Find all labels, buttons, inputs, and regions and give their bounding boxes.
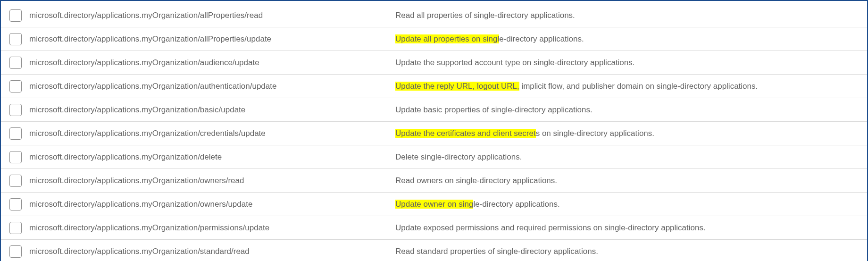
permission-row: microsoft.directory/applications.myOrgan… [1,145,867,169]
permission-action: microsoft.directory/applications.myOrgan… [29,200,395,209]
permission-action: microsoft.directory/applications.myOrgan… [29,129,395,138]
permission-description: Update basic properties of single-direct… [395,105,859,115]
highlighted-text: Update all properties on singl [395,34,499,43]
row-checkbox[interactable] [9,57,22,69]
permission-row: microsoft.directory/applications.myOrgan… [1,193,867,216]
row-checkbox[interactable] [9,33,22,45]
row-checkbox[interactable] [9,222,22,234]
permission-action: microsoft.directory/applications.myOrgan… [29,11,395,20]
permission-description: Update the reply URL, logout URL, implic… [395,82,859,91]
permission-description: Update owner on single-directory applica… [395,200,859,209]
permission-action: microsoft.directory/applications.myOrgan… [29,34,395,44]
highlighted-text: Update owner on sing [395,200,473,209]
permission-description: Update the supported account type on sin… [395,58,859,67]
permission-action: microsoft.directory/applications.myOrgan… [29,152,395,162]
highlighted-text: Update the certificates and client secre… [395,129,536,138]
permission-action: microsoft.directory/applications.myOrgan… [29,105,395,115]
permission-description: Update exposed permissions and required … [395,223,859,233]
permission-row: microsoft.directory/applications.myOrgan… [1,216,867,240]
permission-row: microsoft.directory/applications.myOrgan… [1,75,867,98]
permission-action: microsoft.directory/applications.myOrgan… [29,58,395,67]
permission-row: microsoft.directory/applications.myOrgan… [1,51,867,75]
row-checkbox[interactable] [9,104,22,116]
permission-action: microsoft.directory/applications.myOrgan… [29,223,395,233]
permission-action: microsoft.directory/applications.myOrgan… [29,176,395,185]
permission-description: Update all properties on single-director… [395,34,859,44]
permission-description: Update the certificates and client secre… [395,129,859,138]
row-checkbox[interactable] [9,198,22,210]
permission-description: Delete single-directory applications. [395,152,859,162]
permission-row: microsoft.directory/applications.myOrgan… [1,240,867,261]
permission-description: Read standard properties of single-direc… [395,247,859,256]
permission-description: Read all properties of single-directory … [395,11,859,20]
row-checkbox[interactable] [9,80,22,93]
row-checkbox[interactable] [9,175,22,187]
row-checkbox[interactable] [9,245,22,258]
row-checkbox[interactable] [9,9,22,22]
permission-action: microsoft.directory/applications.myOrgan… [29,82,395,91]
permission-row: microsoft.directory/applications.myOrgan… [1,27,867,51]
permissions-table: microsoft.directory/applications.myOrgan… [0,0,868,261]
permission-row: microsoft.directory/applications.myOrgan… [1,4,867,27]
permission-action: microsoft.directory/applications.myOrgan… [29,247,395,256]
permission-description: Read owners on single-directory applicat… [395,176,859,185]
permission-row: microsoft.directory/applications.myOrgan… [1,98,867,122]
highlighted-text: Update the reply URL, logout URL, [395,82,519,91]
permission-row: microsoft.directory/applications.myOrgan… [1,122,867,145]
row-checkbox[interactable] [9,127,22,140]
row-checkbox[interactable] [9,151,22,163]
permission-row: microsoft.directory/applications.myOrgan… [1,169,867,193]
